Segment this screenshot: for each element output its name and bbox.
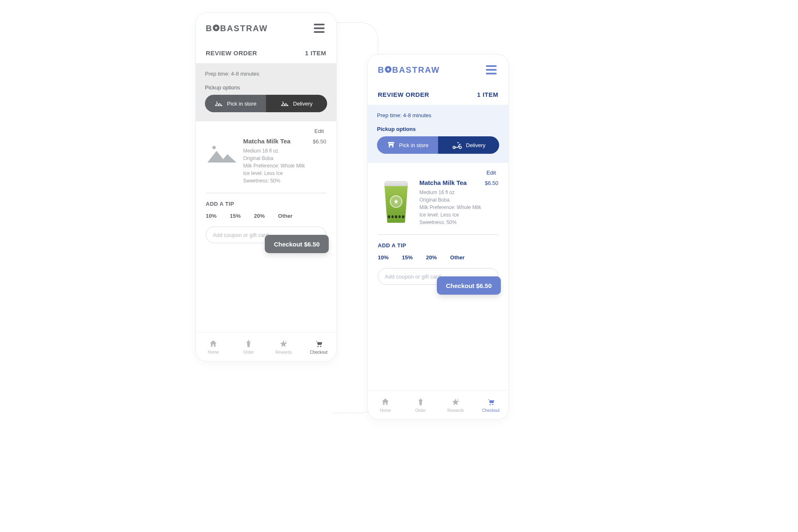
pickup-delivery-label: Delivery [466, 142, 485, 148]
tab-bar: Home Order Rewards Checkout [196, 332, 336, 361]
pickup-delivery-label: Delivery [293, 101, 313, 107]
store-icon [387, 140, 396, 150]
svg-point-2 [212, 146, 216, 149]
edit-item-link[interactable]: Edit [378, 169, 498, 179]
item-image [378, 179, 414, 225]
cup-icon [244, 339, 253, 348]
pickup-options-label: Pickup options [377, 126, 499, 132]
pickup-in-store-button[interactable]: Pick in store [205, 95, 266, 112]
svg-point-8 [320, 346, 321, 347]
pickup-delivery-button[interactable]: Delivery [438, 136, 499, 154]
svg-point-15 [458, 400, 459, 401]
tab-order[interactable]: Order [403, 391, 438, 419]
svg-point-1 [283, 101, 283, 102]
tab-home[interactable]: Home [196, 332, 231, 361]
pickup-in-store-label: Pick in store [227, 101, 256, 107]
tab-home[interactable]: Home [368, 391, 403, 419]
home-icon [381, 397, 390, 406]
prep-time: Prep time: 4-8 minutes [377, 112, 499, 118]
checkout-button[interactable]: Checkout $6.50 [265, 235, 329, 253]
tab-rewards[interactable]: Rewards [438, 391, 473, 419]
scooter-icon [452, 141, 463, 149]
svg-point-14 [458, 399, 458, 399]
pickup-segmented-control: Pick in store Delivery [205, 95, 327, 112]
tab-rewards[interactable]: Rewards [266, 332, 301, 361]
image-placeholder-icon [281, 101, 290, 106]
pickup-in-store-label: Pick in store [399, 142, 429, 148]
item-price: $6.50 [485, 180, 498, 186]
item-count: 1 ITEM [305, 49, 326, 57]
tip-option-10[interactable]: 10% [378, 254, 389, 261]
home-icon [209, 339, 218, 348]
svg-rect-9 [390, 145, 392, 148]
tab-checkout[interactable]: Checkout [301, 332, 337, 361]
phone-mock-wireframe: B BASTRAW REVIEW ORDER 1 ITEM Prep time:… [195, 12, 337, 362]
tip-option-other[interactable]: Other [278, 213, 293, 219]
phone-mock-hifi: B BASTRAW REVIEW ORDER 1 ITEM Prep time:… [367, 54, 509, 420]
svg-point-11 [459, 146, 462, 149]
menu-button[interactable] [312, 22, 326, 34]
image-placeholder-icon [214, 101, 224, 106]
tip-option-10[interactable]: 10% [206, 213, 217, 219]
svg-rect-13 [420, 398, 421, 400]
pickup-panel: Prep time: 4-8 minutes Pickup options Pi… [368, 105, 508, 163]
star-icon [451, 397, 460, 406]
svg-point-5 [286, 340, 286, 341]
tip-option-other[interactable]: Other [450, 254, 465, 261]
item-name: Matcha Milk Tea [419, 179, 467, 186]
brand-logo: B BASTRAW [378, 65, 440, 75]
item-price: $6.50 [313, 138, 326, 145]
pickup-delivery-button[interactable]: Delivery [266, 95, 327, 112]
item-name: Matcha Milk Tea [243, 138, 291, 145]
item-count: 1 ITEM [477, 91, 498, 98]
cart-icon [314, 339, 323, 348]
cup-badge-star-icon [390, 195, 402, 208]
svg-point-6 [286, 342, 287, 343]
checkout-button[interactable]: Checkout $6.50 [437, 276, 501, 295]
svg-rect-4 [248, 340, 249, 342]
tip-option-20[interactable]: 20% [254, 213, 265, 219]
page-title: REVIEW ORDER [206, 49, 257, 57]
tip-option-20[interactable]: 20% [426, 254, 437, 261]
item-image-placeholder [206, 138, 238, 164]
cart-icon [486, 397, 495, 406]
pickup-in-store-button[interactable]: Pick in store [377, 136, 438, 154]
tip-option-15[interactable]: 15% [230, 213, 241, 219]
tip-title: ADD A TIP [378, 242, 498, 249]
item-attributes: Medium 16 fl oz Original Boba Milk Prefe… [419, 189, 498, 226]
pickup-options-label: Pickup options [205, 84, 327, 91]
prep-time: Prep time: 4-8 minutes [205, 71, 327, 77]
tab-bar: Home Order Rewards Checkout [368, 390, 508, 419]
tab-order[interactable]: Order [231, 332, 266, 361]
svg-point-7 [317, 346, 318, 347]
svg-point-16 [489, 404, 490, 405]
svg-point-0 [217, 101, 217, 102]
brand-logo: B BASTRAW [206, 24, 268, 33]
item-attributes: Medium 16 fl oz Original Boba Milk Prefe… [243, 147, 326, 185]
edit-item-link[interactable]: Edit [206, 127, 326, 138]
tip-option-15[interactable]: 15% [402, 254, 413, 261]
star-icon [213, 25, 219, 31]
tab-checkout[interactable]: Checkout [473, 391, 509, 419]
cup-icon [416, 397, 425, 406]
pickup-panel: Prep time: 4-8 minutes Pickup options Pi… [196, 63, 336, 121]
pickup-segmented-control: Pick in store Delivery [377, 136, 499, 154]
tip-title: ADD A TIP [206, 201, 326, 207]
star-icon [279, 339, 288, 348]
star-icon [385, 66, 392, 73]
page-title: REVIEW ORDER [378, 91, 429, 98]
menu-button[interactable] [484, 64, 498, 76]
svg-point-17 [492, 404, 493, 405]
